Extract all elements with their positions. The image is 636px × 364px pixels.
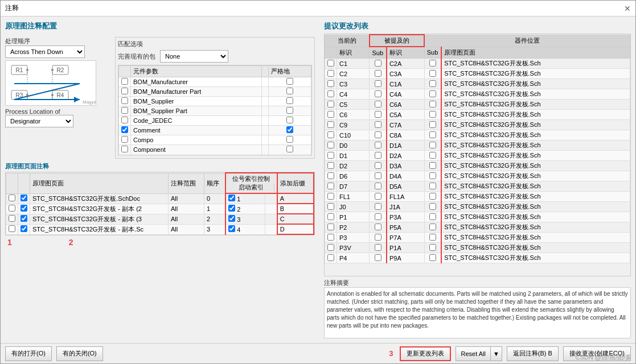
suggested-id: C1A [387, 79, 424, 89]
sheets-table: 原理图页面 注释范围 顺序 位号索引控制 启动索引 添加后缀 [6, 172, 314, 235]
sheet-suffix: B [277, 204, 314, 214]
z-diagram: R1 R2 R3 R4 [5, 60, 96, 106]
params-table: 元件参数 严格地 BOM_Manufacturer BOM_Manufactur… [118, 65, 311, 156]
schematic-page: STC_STC8H&STC32G开发板.Sch [441, 243, 630, 253]
strict-checkbox-cell[interactable] [268, 145, 311, 155]
schematic-page-header: 原理图页面 [441, 47, 630, 59]
schematic-page: STC_STC8H&STC32G开发板.Sch [441, 79, 630, 89]
strict-checkbox-cell[interactable] [268, 77, 311, 87]
svg-text:R1: R1 [16, 67, 23, 73]
update-list-button[interactable]: 更新更改列表 [400, 346, 451, 361]
close-button-bottom[interactable]: 有的关闭(O) [56, 346, 103, 361]
matching-section: 匹配选项 完善现有的包 None Current Package Any Pac… [115, 37, 315, 159]
suggested-id-header: 标识 [387, 47, 424, 59]
strict-checkbox-cell[interactable] [268, 116, 311, 126]
complete-existing-row: 完善现有的包 None Current Package Any Package [118, 50, 312, 63]
sheet-page: STC_STC8H&STC32G开发板 - 副本 (3 [30, 214, 169, 224]
schematic-page: STC_STC8H&STC32G开发板.Sch [441, 100, 630, 110]
suggestion-row: D0 D1A STC_STC8H&STC32G开发板.Sch [325, 140, 630, 151]
schematic-page: STC_STC8H&STC32G开发板.Sch [441, 69, 630, 79]
open-button[interactable]: 有的打开(O) [5, 346, 52, 361]
param-row: BOM_Supplier [119, 97, 311, 106]
divider-cell [261, 145, 268, 155]
close-button[interactable]: ✕ [624, 4, 631, 13]
param-checkbox-cell[interactable] [119, 135, 131, 145]
param-row: Compo [119, 135, 311, 145]
suggested-id: D1A [387, 140, 424, 151]
strict-checkbox-cell[interactable] [268, 135, 311, 145]
strict-checkbox-cell[interactable] [268, 126, 311, 135]
suggested-sub-header: Sub [424, 47, 441, 59]
right-section-title: 提议更改列表 [324, 21, 631, 31]
suffix-col-header: 添加后缀 [277, 173, 314, 193]
suggested-id: P5A [387, 222, 424, 233]
divider-cell [261, 116, 268, 126]
param-checkbox-cell[interactable] [119, 106, 131, 116]
current-group-header: 当前的 [325, 35, 370, 47]
suggestion-row: D2 D3A STC_STC8H&STC32G开发板.Sch [325, 161, 630, 171]
strict-checkbox-cell[interactable] [268, 97, 311, 106]
left-panel: 原理图注释配置 处理顺序 Across Then Down Down Then … [1, 16, 319, 343]
sheet-row: STC_STC8H&STC32G开发板 - 副本 (2 All 1 2 B [6, 204, 314, 214]
param-checkbox-cell[interactable] [119, 155, 131, 156]
suggested-id: D3A [387, 161, 424, 171]
suggestion-row: J0 J1A STC_STC8H&STC32G开发板.Sch [325, 202, 630, 212]
right-table-wrapper: 当前的 被提及的 器件位置 标识 Sub 标识 Sub 原理图页面 [324, 34, 631, 276]
suggestion-row: C1 C2A STC_STC8H&STC32G开发板.Sch [325, 59, 630, 69]
param-checkbox-cell[interactable] [119, 126, 131, 135]
sheet-range: All [168, 224, 204, 234]
suggested-id: D5A [387, 181, 424, 192]
suggestion-row: C2 C3A STC_STC8H&STC32G开发板.Sch [325, 69, 630, 79]
sheet-order: 3 [204, 224, 226, 234]
sheet-row: STC_STC8H&STC32G开发板.SchDoc All 0 1 A [6, 193, 314, 204]
param-row: Code_JEDEC [119, 116, 311, 126]
left-section-title: 原理图注释配置 [5, 21, 315, 31]
param-row: Component Kind [119, 155, 311, 156]
param-checkbox-cell[interactable] [119, 87, 131, 97]
schematic-page: STC_STC8H&STC32G开发板.Sch [441, 202, 630, 212]
sheet-order: 2 [204, 214, 226, 224]
divider-cell [261, 97, 268, 106]
param-name: Compo [131, 135, 262, 145]
suffix-annotation-num: 2 [69, 238, 73, 247]
process-location-select[interactable]: Designator Part [5, 115, 73, 127]
component-location-header: 器件位置 [424, 35, 630, 47]
current-id: C3 [337, 79, 370, 89]
strict-checkbox-cell[interactable] [268, 155, 311, 156]
sheets-section-title: 原理图页面注释 [5, 162, 315, 171]
suggestion-row: P3 P7A STC_STC8H&STC32G开发板.Sch [325, 233, 630, 243]
strict-checkbox-cell[interactable] [268, 106, 311, 116]
strict-checkbox-cell[interactable] [268, 87, 311, 97]
suggestion-row: C6 C5A STC_STC8H&STC32G开发板.Sch [325, 110, 630, 120]
current-id: C10 [337, 130, 370, 140]
schematic-page: STC_STC8H&STC32G开发板.Sch [441, 140, 630, 151]
current-id: D6 [337, 171, 370, 181]
suggested-id: C2A [387, 59, 424, 69]
processing-order-select[interactable]: Across Then Down Down Then Across [5, 46, 85, 58]
suggested-id: C7A [387, 120, 424, 130]
current-id: P3V [337, 243, 370, 253]
complete-existing-select[interactable]: None Current Package Any Package [160, 50, 228, 63]
current-id: P2 [337, 222, 370, 233]
matching-title: 匹配选项 [118, 40, 312, 48]
param-checkbox-cell[interactable] [119, 97, 131, 106]
suggestion-row: C9 C7A STC_STC8H&STC32G开发板.Sch [325, 120, 630, 130]
reset-all-split-button: Reset All ▼ [456, 346, 502, 361]
suggested-id: C6A [387, 100, 424, 110]
sheet-page: STC_STC8H&STC32G开发板 - 副本 (2 [30, 204, 169, 214]
return-annotation-button[interactable]: 返回注释(B) B [507, 346, 559, 361]
current-id: FL1 [337, 192, 370, 202]
suggested-id: P1A [387, 243, 424, 253]
suggested-id: P7A [387, 233, 424, 243]
current-sub-header: Sub [370, 47, 387, 59]
current-id: P4 [337, 253, 370, 263]
suggestion-row: C5 C6A STC_STC8H&STC32G开发板.Sch [325, 100, 630, 110]
param-checkbox-cell[interactable] [119, 145, 131, 155]
param-checkbox-cell[interactable] [119, 116, 131, 126]
reset-all-button[interactable]: Reset All [456, 346, 490, 361]
suggested-id: FL1A [387, 192, 424, 202]
schematic-page: STC_STC8H&STC32G开发板.Sch [441, 151, 630, 161]
reset-all-dropdown[interactable]: ▼ [490, 346, 502, 361]
suggested-id: D4A [387, 171, 424, 181]
param-checkbox-cell[interactable] [119, 77, 131, 87]
